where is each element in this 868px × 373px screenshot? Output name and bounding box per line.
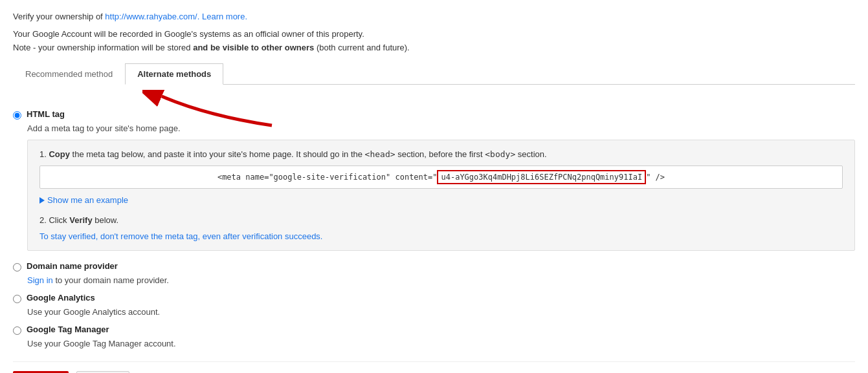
html-tag-radio[interactable] (13, 111, 21, 120)
tag-manager-radio-row: Google Tag Manager (13, 325, 855, 335)
step2-text2: below. (93, 215, 118, 225)
domain-provider-method: Domain name provider Sign in to your dom… (13, 261, 855, 285)
step2-text1: 2. Click (39, 215, 69, 225)
notice-line1: Your Google Account will be recorded in … (13, 29, 364, 39)
domain-desc: Sign in to your domain name provider. (27, 275, 855, 285)
verify-text: Verify your ownership of (13, 12, 103, 21)
step1-text2: section, before the first (395, 149, 485, 159)
tag-manager-desc: Use your Google Tag Manager account. (27, 339, 855, 348)
domain-title: Domain name provider (27, 261, 118, 271)
tab-recommended[interactable]: Recommended method (13, 63, 125, 85)
other-methods: Domain name provider Sign in to your dom… (13, 261, 855, 348)
meta-tag-before: <meta name="google-site-verification" co… (217, 173, 438, 182)
show-example-label: Show me an example (47, 195, 128, 205)
triangle-icon (39, 197, 45, 204)
step1-code2: <body> (485, 149, 515, 159)
analytics-desc: Use your Google Analytics account. (27, 307, 855, 317)
step1: 1. Copy the meta tag below, and paste it… (39, 149, 843, 159)
notice-line2-part2: (both current and future). (317, 43, 410, 52)
instructions-box: 1. Copy the meta tag below, and paste it… (27, 140, 855, 251)
google-analytics-method: Google Analytics Use your Google Analyti… (13, 293, 855, 317)
stay-verified-text: To stay verified, don't remove the meta … (39, 231, 843, 241)
tag-manager-title: Google Tag Manager (27, 325, 109, 334)
tabs-container: Recommended method Alternate methods (13, 63, 855, 85)
step1-code1: <head> (365, 149, 395, 159)
notice-line2-bold: and be visible to other owners (193, 43, 314, 52)
notice-line2-part1: Note - your ownership information will b… (13, 43, 191, 52)
domain-signin-link[interactable]: Sign in (27, 275, 53, 285)
html-tag-title: HTML tag (27, 109, 65, 119)
tag-manager-radio[interactable] (13, 326, 21, 335)
site-url-link[interactable]: http://www.rahyabe.com/. (105, 12, 199, 21)
arrow-icon (142, 90, 285, 129)
step1-prefix: 1. (39, 149, 49, 159)
domain-radio-row: Domain name provider (13, 261, 855, 272)
footer-buttons: VERIFY Not now (13, 361, 855, 373)
learn-more-link[interactable]: Learn more. (202, 12, 247, 21)
meta-tag-highlighted: u4-aYGgo3Kq4mDHpj8Li6SEZfPCNq2pnqQminy91… (437, 170, 646, 184)
step1-text3: section. (515, 149, 546, 159)
google-tag-manager-method: Google Tag Manager Use your Google Tag M… (13, 325, 855, 348)
domain-radio[interactable] (13, 263, 21, 272)
step2-bold: Verify (69, 215, 92, 225)
analytics-radio[interactable] (13, 295, 21, 303)
step1-bold: Copy (49, 149, 70, 159)
top-notice: Verify your ownership of http://www.rahy… (13, 10, 855, 54)
analytics-radio-row: Google Analytics (13, 293, 855, 303)
show-example-link[interactable]: Show me an example (39, 195, 128, 205)
meta-tag-box: <meta name="google-site-verification" co… (39, 165, 843, 189)
tab-alternate[interactable]: Alternate methods (125, 63, 223, 85)
step2: 2. Click Verify below. (39, 215, 843, 225)
analytics-title: Google Analytics (27, 293, 95, 303)
step1-text: the meta tag below, and paste it into yo… (70, 149, 365, 159)
meta-tag-after: " /> (646, 173, 665, 182)
html-tag-method: HTML tag Add a meta tag to your site's h… (13, 109, 855, 251)
arrow-annotation (142, 90, 855, 129)
show-example-row: Show me an example (39, 195, 843, 210)
domain-desc-text: to your domain name provider. (55, 275, 169, 285)
